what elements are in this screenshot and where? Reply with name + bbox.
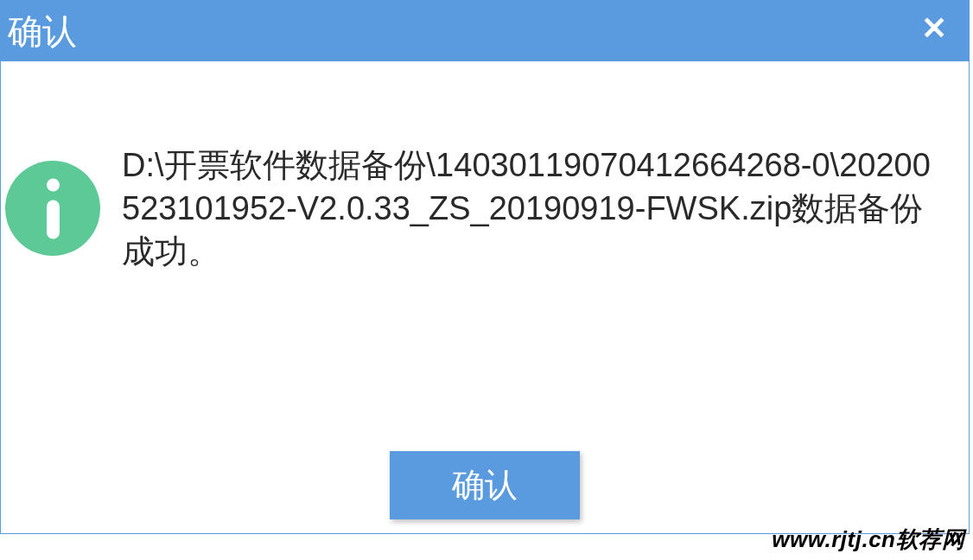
dialog-content: D:\开票软件数据备份\140301190704126642​68-0\2020…	[1, 61, 969, 290]
title-bar: 确认 ✕	[1, 1, 969, 61]
dialog-message: D:\开票软件数据备份\140301190704126642​68-0\2020…	[122, 143, 934, 273]
close-icon[interactable]: ✕	[917, 14, 951, 48]
info-icon	[5, 161, 100, 256]
dialog-title: 确认	[8, 8, 77, 55]
confirm-dialog: 确认 ✕ D:\开票软件数据备份\140301190704126642​68-0…	[0, 0, 970, 534]
watermark-text: www.rjtj.cn软荐网	[772, 525, 964, 555]
svg-point-0	[47, 178, 60, 191]
button-area: 确认	[390, 451, 580, 519]
confirm-button[interactable]: 确认	[390, 451, 580, 519]
svg-rect-1	[47, 200, 60, 239]
